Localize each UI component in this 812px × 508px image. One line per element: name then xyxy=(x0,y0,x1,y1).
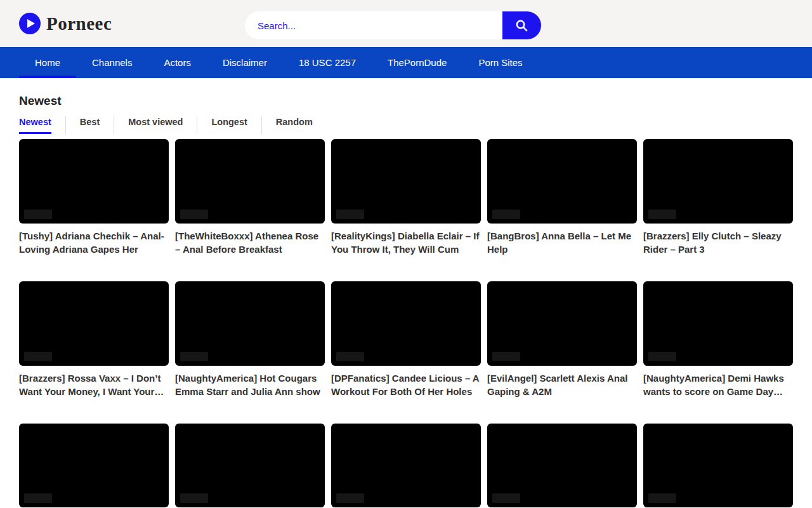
nav-item-actors[interactable]: Actors xyxy=(148,47,207,78)
duration-badge xyxy=(336,493,364,503)
video-thumbnail[interactable] xyxy=(331,424,481,508)
video-thumbnail[interactable] xyxy=(175,139,325,224)
video-card[interactable] xyxy=(175,424,325,508)
main-content: Newest Newest Best Most viewed Longest R… xyxy=(0,94,812,508)
tab-random[interactable]: Random xyxy=(262,116,327,134)
video-thumbnail[interactable] xyxy=(643,424,793,508)
nav-item-channels[interactable]: Channels xyxy=(76,47,148,78)
video-thumbnail[interactable] xyxy=(331,139,481,224)
video-card[interactable]: [Brazzers] Rossa Vaxx – I Don’t Want You… xyxy=(19,281,169,398)
video-title[interactable]: [TheWhiteBoxxx] Athenea Rose – Anal Befo… xyxy=(175,229,325,256)
site-header: Porneec xyxy=(0,0,812,47)
tab-newest[interactable]: Newest xyxy=(19,116,66,134)
duration-badge xyxy=(24,352,52,361)
video-card[interactable]: [NaughtyAmerica] Demi Hawks wants to sco… xyxy=(643,281,793,398)
nav-item-porn-sites[interactable]: Porn Sites xyxy=(462,47,538,78)
duration-badge xyxy=(648,210,676,219)
duration-badge xyxy=(24,493,52,503)
duration-badge xyxy=(648,493,676,503)
video-card[interactable] xyxy=(19,424,169,508)
video-title[interactable]: [NaughtyAmerica] Demi Hawks wants to sco… xyxy=(643,371,793,398)
video-thumbnail[interactable] xyxy=(331,281,481,366)
duration-badge xyxy=(492,210,520,219)
tab-most-viewed[interactable]: Most viewed xyxy=(114,116,197,134)
duration-badge xyxy=(336,210,364,219)
video-title[interactable]: [Brazzers] Elly Clutch – Sleazy Rider – … xyxy=(643,229,793,256)
video-card[interactable]: [TheWhiteBoxxx] Athenea Rose – Anal Befo… xyxy=(175,139,325,256)
video-thumbnail[interactable] xyxy=(175,281,325,366)
video-title[interactable]: [Brazzers] Rossa Vaxx – I Don’t Want You… xyxy=(19,371,169,398)
search-bar xyxy=(245,11,541,39)
nav-item-home[interactable]: Home xyxy=(19,47,76,78)
duration-badge xyxy=(648,352,676,361)
duration-badge xyxy=(492,493,520,503)
magnifier-icon xyxy=(514,18,529,33)
video-title[interactable]: [RealityKings] Diabella Eclair – If You … xyxy=(331,229,481,256)
video-card[interactable] xyxy=(643,424,793,508)
search-input[interactable] xyxy=(245,11,502,39)
duration-badge xyxy=(24,210,52,219)
video-title[interactable]: [DPFanatics] Candee Licious – A Workout … xyxy=(331,371,481,398)
duration-badge xyxy=(492,352,520,361)
nav-item-disclaimer[interactable]: Disclaimer xyxy=(207,47,283,78)
duration-badge xyxy=(336,352,364,361)
nav-item-theporndude[interactable]: ThePornDude xyxy=(372,47,462,78)
logo-text: Porneec xyxy=(46,13,112,34)
duration-badge xyxy=(180,493,208,503)
video-card[interactable]: [Tushy] Adriana Chechik – Anal-Loving Ad… xyxy=(19,139,169,256)
tab-longest[interactable]: Longest xyxy=(197,116,261,134)
video-thumbnail[interactable] xyxy=(487,424,637,508)
video-grid: [Tushy] Adriana Chechik – Anal-Loving Ad… xyxy=(19,139,793,508)
video-title[interactable]: [Tushy] Adriana Chechik – Anal-Loving Ad… xyxy=(19,229,169,256)
nav-item-18-usc-2257[interactable]: 18 USC 2257 xyxy=(283,47,372,78)
video-card[interactable]: [BangBros] Anna Bella – Let Me Help xyxy=(487,139,637,256)
site-logo[interactable]: Porneec xyxy=(19,13,112,34)
search-button[interactable] xyxy=(502,11,541,39)
sort-tabs: Newest Best Most viewed Longest Random xyxy=(19,116,793,134)
video-card[interactable]: [DPFanatics] Candee Licious – A Workout … xyxy=(331,281,481,398)
duration-badge xyxy=(180,352,208,361)
video-title[interactable]: [NaughtyAmerica] Hot Cougars Emma Starr … xyxy=(175,371,325,398)
video-card[interactable]: [Brazzers] Elly Clutch – Sleazy Rider – … xyxy=(643,139,793,256)
video-thumbnail[interactable] xyxy=(643,281,793,366)
play-circle-icon xyxy=(19,13,41,34)
video-thumbnail[interactable] xyxy=(487,281,637,366)
page-title: Newest xyxy=(19,94,793,108)
video-card[interactable] xyxy=(487,424,637,508)
video-title[interactable]: [BangBros] Anna Bella – Let Me Help xyxy=(487,229,637,256)
video-card[interactable]: [EvilAngel] Scarlett Alexis Anal Gaping … xyxy=(487,281,637,398)
tab-best[interactable]: Best xyxy=(66,116,114,134)
video-title[interactable]: [EvilAngel] Scarlett Alexis Anal Gaping … xyxy=(487,371,637,398)
video-card[interactable]: [RealityKings] Diabella Eclair – If You … xyxy=(331,139,481,256)
video-thumbnail[interactable] xyxy=(487,139,637,224)
video-thumbnail[interactable] xyxy=(643,139,793,224)
video-thumbnail[interactable] xyxy=(19,139,169,224)
main-nav: Home Channels Actors Disclaimer 18 USC 2… xyxy=(0,47,812,78)
duration-badge xyxy=(180,210,208,219)
video-card[interactable]: [NaughtyAmerica] Hot Cougars Emma Starr … xyxy=(175,281,325,398)
video-card[interactable] xyxy=(331,424,481,508)
video-thumbnail[interactable] xyxy=(19,281,169,366)
video-thumbnail[interactable] xyxy=(19,424,169,508)
video-thumbnail[interactable] xyxy=(175,424,325,508)
